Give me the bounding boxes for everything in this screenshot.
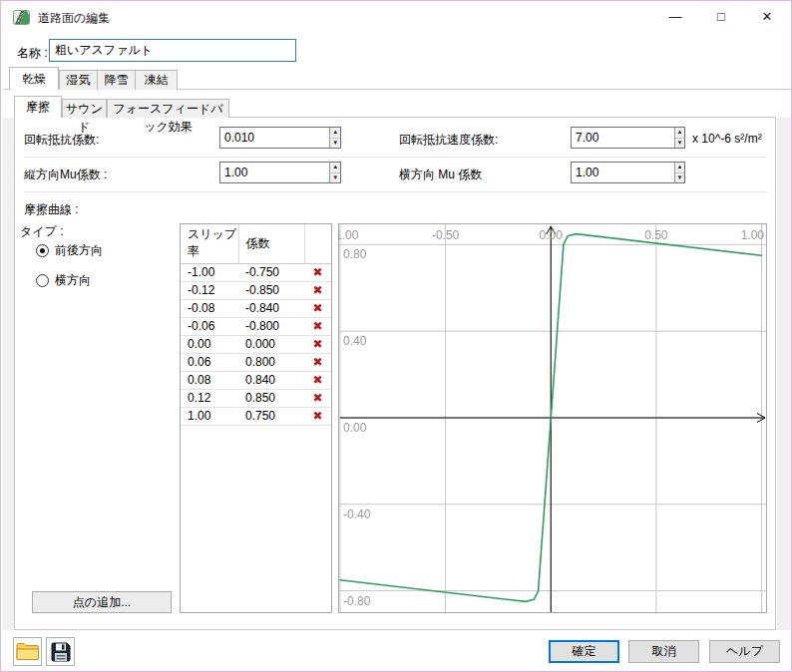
table-cell: 0.840	[238, 372, 304, 390]
tab-frozen[interactable]: 凍結	[135, 70, 178, 90]
table-cell-delete: ✖	[304, 264, 331, 282]
slip-table: スリップ率 係数 -1.00-0.750✖-0.12-0.850✖-0.08-0…	[180, 223, 332, 613]
radio-unselected-icon	[36, 274, 49, 287]
table-cell-delete: ✖	[304, 354, 331, 372]
road-icon	[13, 9, 30, 26]
spin-up-icon[interactable]: ▲	[675, 128, 684, 139]
window-title: 道路面の編集	[38, 10, 110, 27]
subtab-sound[interactable]: サウンド	[62, 99, 107, 118]
rolling-resistance-speed-input[interactable]	[572, 128, 674, 148]
maximize-icon: □	[717, 9, 725, 24]
rolling-resistance-speed-label: 回転抵抗速度係数:	[399, 132, 498, 149]
name-input[interactable]	[49, 39, 296, 62]
svg-text:-1.00: -1.00	[338, 228, 359, 242]
svg-text:1.00: 1.00	[741, 228, 765, 242]
table-row: 1.000.750✖	[181, 408, 331, 426]
svg-text:0.50: 0.50	[644, 228, 668, 242]
friction-panel: 回転抵抗係数: ▲ ▼ 回転抵抗速度係数: ▲ ▼ x 10^-6 s²/m² …	[14, 117, 776, 630]
subtab-force-feedback[interactable]: フォースフィードバック効果	[107, 99, 229, 118]
name-label: 名称 :	[17, 45, 48, 62]
tabpage-margin-left	[3, 118, 14, 630]
delete-point-icon[interactable]: ✖	[312, 265, 322, 279]
spin-down-icon[interactable]: ▼	[675, 173, 684, 183]
help-button[interactable]: ヘルプ	[709, 640, 780, 663]
table-cell-delete: ✖	[304, 390, 331, 408]
tab-snowfall[interactable]: 降雪	[97, 70, 136, 90]
separator	[24, 191, 767, 192]
table-cell: 0.00	[181, 336, 238, 354]
table-cell: 1.00	[181, 408, 238, 426]
svg-text:0.80: 0.80	[343, 247, 367, 261]
delete-point-icon[interactable]: ✖	[312, 283, 322, 297]
table-row: -0.06-0.800✖	[181, 318, 331, 336]
table-cell: 0.750	[238, 408, 304, 426]
delete-point-icon[interactable]: ✖	[312, 391, 322, 405]
mu-lateral-input[interactable]	[572, 163, 674, 182]
svg-text:0.00: 0.00	[343, 421, 367, 435]
slip-table-body: -1.00-0.750✖-0.12-0.850✖-0.08-0.840✖-0.0…	[181, 264, 331, 426]
table-cell-delete: ✖	[304, 372, 331, 390]
radio-selected-icon	[36, 244, 49, 257]
spinner-buttons: ▲ ▼	[329, 128, 340, 148]
delete-point-icon[interactable]: ✖	[312, 373, 322, 387]
svg-text:-0.40: -0.40	[343, 507, 371, 521]
radio-lateral[interactable]: 横方向	[36, 272, 91, 289]
tab-dry[interactable]: 乾燥	[9, 67, 59, 90]
ok-button[interactable]: 確定	[549, 640, 619, 663]
radio-lateral-label: 横方向	[55, 272, 91, 289]
save-icon	[51, 642, 71, 662]
table-row: -0.08-0.840✖	[181, 300, 331, 318]
table-cell: 0.08	[181, 372, 238, 390]
tab-moist[interactable]: 湿気	[59, 70, 98, 90]
dialog-window: 道路面の編集 — □ ✕ 名称 : 乾燥 湿気 降雪 凍結 摩擦 サウンド フォ…	[0, 0, 792, 672]
title-bar: 道路面の編集 — □ ✕	[2, 2, 790, 32]
spinner-buttons: ▲ ▼	[674, 163, 684, 182]
column-header-coefficient: 係数	[238, 224, 304, 264]
table-cell: -1.00	[181, 264, 238, 282]
spin-down-icon[interactable]: ▼	[675, 139, 684, 149]
mu-lateral-label: 横方向 Mu 係数	[399, 167, 482, 183]
rolling-resistance-input[interactable]	[220, 128, 329, 148]
spin-up-icon[interactable]: ▲	[330, 163, 340, 173]
table-cell: -0.840	[238, 300, 304, 318]
svg-text:0.40: 0.40	[343, 334, 367, 348]
type-label: タイプ :	[20, 223, 64, 240]
table-cell: 0.800	[238, 354, 304, 372]
table-row: 0.120.850✖	[181, 390, 331, 408]
delete-point-icon[interactable]: ✖	[312, 337, 322, 351]
delete-point-icon[interactable]: ✖	[312, 355, 322, 369]
column-header-slip: スリップ率	[181, 224, 238, 264]
cancel-button[interactable]: 取消	[628, 640, 699, 663]
friction-curve-label: 摩擦曲線 :	[24, 201, 79, 218]
column-header-delete	[304, 224, 331, 264]
delete-point-icon[interactable]: ✖	[312, 319, 322, 333]
delete-point-icon[interactable]: ✖	[312, 409, 322, 423]
table-cell: -0.08	[181, 300, 238, 318]
maximize-button[interactable]: □	[698, 2, 744, 32]
table-cell: 0.850	[238, 390, 304, 408]
radio-longitudinal[interactable]: 前後方向	[36, 242, 103, 259]
delete-point-icon[interactable]: ✖	[312, 301, 322, 315]
friction-chart: -1.00-0.500.000.501.000.800.400.00-0.40-…	[338, 223, 767, 613]
add-point-button[interactable]: 点の追加...	[32, 591, 172, 613]
minimize-icon: —	[669, 9, 682, 24]
spin-down-icon[interactable]: ▼	[330, 173, 340, 183]
table-cell-delete: ✖	[304, 336, 331, 354]
table-row: 0.000.000✖	[181, 336, 331, 354]
subtab-friction[interactable]: 摩擦	[14, 96, 62, 118]
speed-coefficient-unit: x 10^-6 s²/m²	[692, 132, 762, 146]
spin-up-icon[interactable]: ▲	[675, 163, 684, 173]
table-cell-delete: ✖	[304, 318, 331, 336]
open-file-button[interactable]	[13, 637, 42, 666]
spin-up-icon[interactable]: ▲	[330, 128, 340, 139]
mu-longitudinal-input[interactable]	[220, 163, 329, 182]
save-button[interactable]	[46, 637, 75, 666]
table-row: 0.080.840✖	[181, 372, 331, 390]
table-cell: -0.06	[181, 318, 238, 336]
close-button[interactable]: ✕	[744, 2, 790, 32]
spin-down-icon[interactable]: ▼	[330, 139, 340, 149]
mu-longitudinal-label: 縦方向Mu係数 :	[24, 167, 107, 183]
table-cell-delete: ✖	[304, 282, 331, 300]
minimize-button[interactable]: —	[652, 2, 698, 32]
table-cell: 0.06	[181, 354, 238, 372]
